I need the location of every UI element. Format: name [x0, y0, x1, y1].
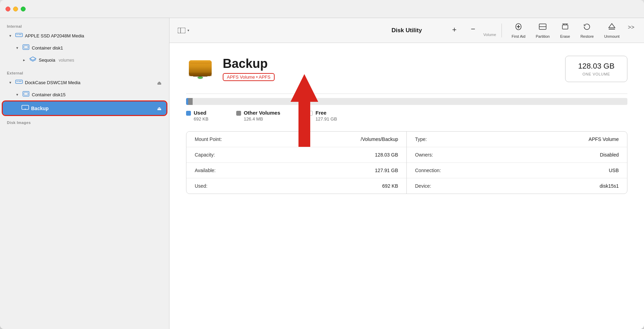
disclosure-down-icon: ▾: [15, 92, 20, 97]
erase-button[interactable]: Erase: [555, 20, 575, 41]
partition-button[interactable]: Partition: [531, 20, 554, 41]
free-dot: [308, 111, 313, 116]
sidebar-item-container-disk15[interactable]: ▾ Container disk15: [3, 89, 166, 100]
divider: [186, 94, 627, 94]
other-label: Other Volumes: [244, 110, 280, 116]
info-row-used: Used: 692 KB: [186, 178, 406, 194]
volume-label-area: Volume: [483, 24, 497, 37]
used-dot: [186, 111, 191, 116]
minimize-button[interactable]: [13, 7, 18, 11]
disclosure-down-icon: ▾: [8, 80, 13, 85]
remove-volume-button[interactable]: −: [464, 24, 482, 36]
first-aid-button[interactable]: First Aid: [507, 20, 530, 41]
info-col-left: Mount Point: /Volumes/Backup Capacity: 1…: [186, 132, 407, 194]
used-value: 692 KB: [194, 116, 209, 122]
info-key: Device:: [415, 183, 431, 189]
sidebar-item-label: DockCase DSWC1M Media: [25, 80, 155, 85]
sidebar-item-backup[interactable]: Backup ⏏: [3, 101, 166, 115]
free-label: Free: [315, 110, 337, 116]
sidebar-item-label: Sequoia: [39, 57, 55, 63]
info-val: 127.91 GB: [375, 168, 398, 173]
eject-icon[interactable]: ⏏: [157, 106, 162, 111]
info-val: USB: [609, 168, 619, 173]
info-table: Mount Point: /Volumes/Backup Capacity: 1…: [186, 131, 627, 194]
sidebar-item-label: Container disk1: [32, 45, 63, 51]
sidebar-item-dockcase[interactable]: ▾ DockCase DSWC1M Media ⏏: [3, 77, 166, 88]
hdd-icon: [186, 54, 214, 82]
info-val: 128.03 GB: [375, 152, 398, 158]
info-val: 692 KB: [382, 183, 398, 189]
sidebar-section-external: External: [0, 66, 169, 77]
container-icon: [22, 44, 30, 52]
legend-free: Free 127.91 GB: [308, 110, 337, 122]
volume-icon: [21, 104, 29, 112]
legend-used: Used 692 KB: [186, 110, 209, 122]
more-button[interactable]: >>: [625, 22, 637, 33]
restore-button[interactable]: Restore: [576, 20, 599, 41]
info-val: APFS Volume: [589, 136, 619, 142]
other-value: 126.4 MB: [244, 116, 280, 122]
usage-bar-other: [188, 98, 193, 105]
info-row-type: Type: APFS Volume: [407, 132, 627, 147]
volume-header: Backup APFS Volume • APFS 128.03 GB ONE …: [186, 54, 627, 84]
sidebar-toggle-icon: [178, 28, 185, 33]
svg-rect-32: [193, 75, 208, 77]
sidebar-item-label: Container disk15: [32, 92, 66, 97]
unmount-icon: [607, 22, 616, 33]
volume-info: Backup APFS Volume • APFS: [223, 57, 565, 81]
main-panel: Backup APFS Volume • APFS 128.03 GB ONE …: [169, 43, 644, 329]
view-button[interactable]: ▾: [175, 26, 192, 35]
layers-icon: [29, 56, 37, 64]
add-volume-button[interactable]: +: [445, 24, 463, 36]
volume-size-number: 128.03 GB: [575, 62, 617, 71]
info-row-owners: Owners: Disabled: [407, 147, 627, 163]
info-col-right: Type: APFS Volume Owners: Disabled Conne…: [407, 132, 627, 194]
info-val: /Volumes/Backup: [361, 136, 398, 142]
svg-rect-7: [17, 81, 18, 82]
add-icon: +: [452, 26, 457, 34]
unmount-button[interactable]: Unmount: [599, 20, 625, 41]
drive-icon: [15, 32, 23, 40]
partition-label: Partition: [536, 34, 550, 38]
info-row-available: Available: 127.91 GB: [186, 163, 406, 178]
sidebar-item-apple-ssd[interactable]: ▾ APPLE SSD AP2048M Media: [3, 30, 166, 42]
restore-label: Restore: [580, 34, 594, 38]
svg-rect-27: [189, 60, 212, 64]
info-row-capacity: Capacity: 128.03 GB: [186, 147, 406, 163]
first-aid-icon: [514, 22, 523, 33]
sidebar-item-sequoia[interactable]: ▸ Sequoia volumes: [3, 54, 166, 66]
usage-bar-wrap: [186, 98, 627, 105]
usage-bar-free: [193, 98, 627, 105]
info-key: Type:: [415, 136, 427, 142]
svg-rect-4: [24, 46, 28, 48]
info-key: Owners:: [415, 152, 433, 158]
svg-marker-5: [30, 57, 36, 60]
close-button[interactable]: [6, 7, 10, 11]
svg-marker-23: [609, 24, 615, 28]
svg-rect-13: [178, 28, 185, 33]
restore-icon: [582, 22, 591, 33]
container-icon: [22, 91, 30, 99]
traffic-lights: [6, 7, 26, 11]
info-row-mountpoint: Mount Point: /Volumes/Backup: [186, 132, 406, 147]
svg-rect-19: [562, 25, 568, 29]
info-val: disk15s1: [600, 183, 619, 189]
unmount-label: Unmount: [604, 34, 620, 38]
sidebar-item-sublabel: volumes: [59, 58, 74, 63]
remove-icon: −: [471, 25, 475, 33]
maximize-button[interactable]: [21, 7, 26, 11]
chevron-down-icon: ▾: [187, 28, 189, 32]
info-key: Connection:: [415, 168, 441, 173]
volume-icon-wrap: [186, 54, 214, 84]
sidebar-item-container-disk1[interactable]: ▾ Container disk1: [3, 42, 166, 54]
sidebar-section-diskimages: Disk Images: [0, 116, 169, 126]
usage-bar: [186, 98, 627, 105]
erase-icon: [561, 22, 570, 33]
main-area: ▾ Disk Utility + − Volume: [169, 18, 644, 329]
volume-type-badge: APFS Volume • APFS: [223, 73, 275, 81]
legend-other: Other Volumes 126.4 MB: [236, 110, 280, 122]
sidebar-item-label: Backup: [31, 106, 155, 111]
eject-icon[interactable]: ⏏: [157, 80, 162, 86]
sidebar-section-internal: Internal: [0, 22, 169, 30]
toolbar: ▾ Disk Utility + − Volume: [169, 18, 644, 43]
